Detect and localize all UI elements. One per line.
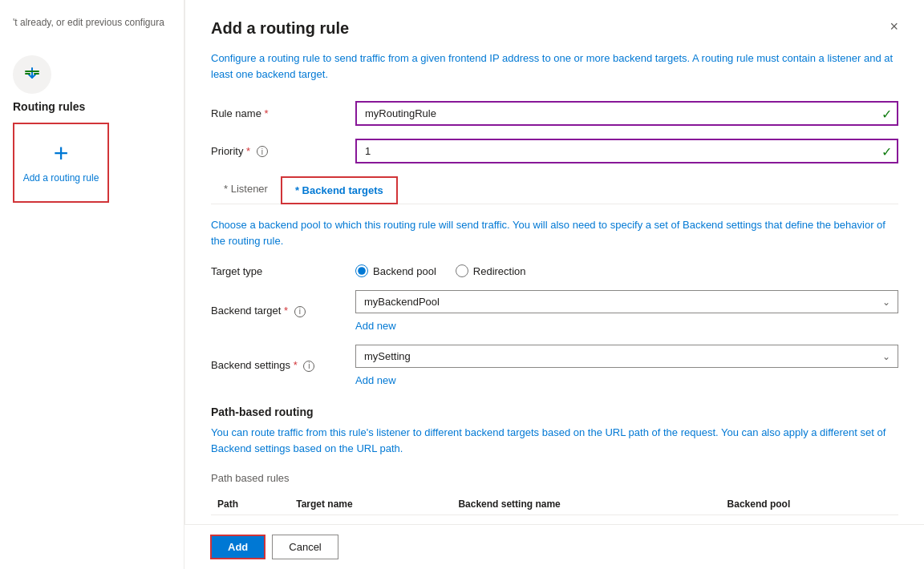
backend-target-controls: myBackendPool ⌄ Add new	[355, 290, 898, 332]
add-rule-label: Add a routing rule	[23, 172, 99, 185]
backend-section-desc: Choose a backend pool to which this rout…	[211, 217, 898, 248]
tab-backend-targets[interactable]: * Backend targets	[281, 176, 398, 204]
path-rules-title: Path based rules	[211, 472, 898, 484]
rule-name-control: ✓	[355, 101, 898, 126]
plus-icon: +	[54, 140, 69, 166]
priority-row: Priority * i ✓	[211, 139, 898, 163]
cancel-button[interactable]: Cancel	[272, 535, 338, 559]
backend-pool-option[interactable]: Backend pool	[355, 264, 436, 277]
dialog-description: Configure a routing rule to send traffic…	[211, 50, 898, 82]
backend-target-info-icon[interactable]: i	[294, 306, 306, 317]
backend-target-select-wrapper: myBackendPool ⌄	[355, 290, 898, 313]
tabs-row: * Listener * Backend targets	[211, 176, 898, 204]
priority-control: ✓	[355, 139, 898, 163]
backend-pool-label: Backend pool	[373, 265, 436, 277]
routing-rules-section: Routing rules + Add a routing rule	[0, 42, 184, 216]
sidebar: 't already, or edit previous configura R…	[0, 0, 184, 569]
close-button[interactable]: ×	[890, 19, 898, 34]
dialog-title: Add a routing rule	[211, 19, 349, 38]
redirection-option[interactable]: Redirection	[456, 264, 526, 277]
target-type-row: Target type Backend pool Redirection	[211, 264, 898, 277]
dialog-panel: Add a routing rule × Configure a routing…	[184, 0, 924, 524]
backend-target-select[interactable]: myBackendPool	[355, 290, 898, 313]
path-based-section: Path-based routing You can route traffic…	[211, 406, 898, 515]
rule-name-row: Rule name * ✓	[211, 101, 898, 126]
redirection-radio[interactable]	[456, 264, 468, 277]
path-based-routing-desc: You can route traffic from this rule's l…	[211, 425, 898, 456]
backend-target-label: Backend target * i	[211, 305, 355, 317]
sidebar-description: 't already, or edit previous configura	[0, 16, 184, 42]
tab-listener[interactable]: * Listener	[211, 176, 281, 204]
add-routing-rule-box[interactable]: + Add a routing rule	[13, 123, 109, 203]
main-panel: Add a routing rule × Configure a routing…	[184, 0, 924, 569]
routing-icon-circle	[13, 55, 51, 94]
priority-checkmark: ✓	[881, 143, 892, 159]
target-type-radio-group: Backend pool Redirection	[355, 264, 898, 277]
col-path: Path	[211, 494, 290, 515]
priority-required: *	[246, 145, 250, 157]
col-backend-pool: Backend pool	[721, 494, 898, 515]
priority-input[interactable]	[355, 139, 898, 163]
backend-target-control: myBackendPool ⌄ Add new	[355, 290, 898, 332]
target-type-control: Backend pool Redirection	[355, 264, 898, 277]
rule-name-checkmark: ✓	[881, 106, 892, 121]
required-asterisk: *	[265, 107, 269, 119]
backend-settings-label: Backend settings * i	[211, 359, 355, 372]
backend-settings-controls: mySetting ⌄ Add new	[355, 345, 898, 386]
col-backend-setting: Backend setting name	[452, 494, 720, 515]
backend-settings-row: Backend settings * i mySetting ⌄ Add new	[211, 345, 898, 386]
backend-settings-info-icon[interactable]: i	[303, 361, 314, 372]
dialog-header: Add a routing rule ×	[211, 19, 898, 38]
dialog-footer: Add Cancel	[184, 524, 924, 569]
priority-info-icon[interactable]: i	[257, 146, 268, 157]
target-type-label: Target type	[211, 265, 355, 277]
backend-target-row: Backend target * i myBackendPool ⌄ Add n…	[211, 290, 898, 332]
rule-name-label: Rule name *	[211, 107, 355, 119]
add-button[interactable]: Add	[210, 535, 265, 559]
priority-label: Priority * i	[211, 145, 355, 158]
backend-settings-select-wrapper: mySetting ⌄	[355, 345, 898, 368]
path-rules-table: Path Target name Backend setting name Ba…	[211, 494, 898, 515]
backend-pool-radio[interactable]	[355, 264, 368, 277]
routing-rules-title: Routing rules	[13, 100, 171, 113]
rule-name-input[interactable]	[355, 101, 898, 126]
backend-settings-control: mySetting ⌄ Add new	[355, 345, 898, 386]
redirection-label: Redirection	[473, 265, 526, 277]
col-target: Target name	[290, 494, 452, 515]
path-based-routing-title: Path-based routing	[211, 406, 898, 418]
add-new-backend-link[interactable]: Add new	[355, 320, 898, 332]
routing-icon	[21, 63, 43, 86]
add-new-settings-link[interactable]: Add new	[355, 374, 898, 386]
backend-settings-select[interactable]: mySetting	[355, 345, 898, 368]
